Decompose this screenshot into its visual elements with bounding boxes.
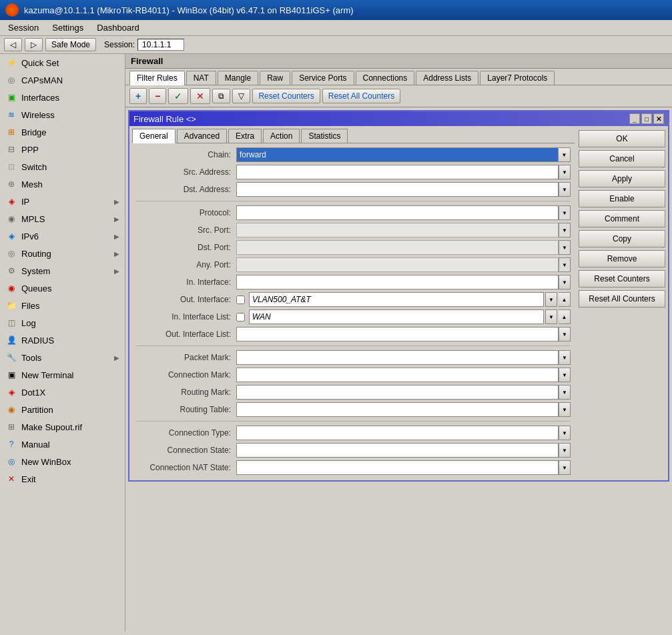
protocol-dropdown[interactable]: ▼ <box>559 205 571 220</box>
out-interface-input[interactable] <box>249 292 544 307</box>
reset-counters-button[interactable]: Reset Counters <box>579 270 665 287</box>
back-button[interactable]: ◁ <box>4 38 22 51</box>
in-interface-dropdown[interactable]: ▼ <box>559 275 571 289</box>
comment-button[interactable]: Comment <box>579 210 665 227</box>
src-address-input[interactable] <box>236 165 559 179</box>
tab-mangle[interactable]: Mangle <box>218 71 258 85</box>
protocol-input[interactable] <box>236 205 559 220</box>
fw-reset-counters-button[interactable]: Reset Counters <box>252 89 320 103</box>
connection-mark-input[interactable] <box>236 368 559 382</box>
connection-mark-dropdown[interactable]: ▼ <box>559 368 571 382</box>
connection-type-input[interactable] <box>236 426 559 440</box>
out-interface-list-input[interactable] <box>236 327 559 342</box>
sidebar-item-routing[interactable]: ◎ Routing ▶ <box>0 245 125 262</box>
menu-settings[interactable]: Settings <box>47 21 89 34</box>
dialog-maximize-button[interactable]: □ <box>641 113 652 124</box>
sidebar-item-files[interactable]: 📁 Files <box>0 297 125 314</box>
sidebar-item-capsman[interactable]: ◎ CAPsMAN <box>0 71 125 89</box>
out-interface-dropdown[interactable]: ▼ <box>545 292 557 307</box>
sidebar-item-dot1x[interactable]: ◈ Dot1X <box>0 384 125 401</box>
sidebar-item-wireless[interactable]: ≋ Wireless <box>0 106 125 123</box>
in-interface-input[interactable] <box>236 275 559 289</box>
sidebar-item-exit[interactable]: ✕ Exit <box>0 470 125 488</box>
remove-button[interactable]: Remove <box>579 250 665 267</box>
packet-mark-dropdown[interactable]: ▼ <box>559 350 571 365</box>
menu-dashboard[interactable]: Dashboard <box>91 21 145 34</box>
connection-type-dropdown[interactable]: ▼ <box>559 426 571 440</box>
safe-mode-button[interactable]: Safe Mode <box>45 38 96 51</box>
routing-table-input[interactable] <box>236 402 559 417</box>
sidebar-item-ppp[interactable]: ⊟ PPP <box>0 141 125 158</box>
connection-nat-state-input[interactable] <box>236 460 559 475</box>
sidebar-item-ip[interactable]: ◈ IP ▶ <box>0 193 125 210</box>
sidebar-item-bridge[interactable]: ⊞ Bridge <box>0 123 125 141</box>
sidebar-item-mpls[interactable]: ◉ MPLS ▶ <box>0 210 125 227</box>
fw-remove-button[interactable]: − <box>149 88 166 104</box>
dst-address-input[interactable] <box>236 182 559 197</box>
dialog-tab-bar: General Advanced Extra Action Statistics <box>132 129 575 143</box>
in-interface-list-up-btn[interactable]: ▲ <box>559 309 571 324</box>
fw-x-button[interactable]: ✕ <box>190 88 210 104</box>
in-interface-list-input[interactable] <box>249 309 544 324</box>
sidebar-item-new-terminal[interactable]: ▣ New Terminal <box>0 366 125 384</box>
fw-copy-button[interactable]: ⧉ <box>212 89 230 103</box>
dst-address-dropdown[interactable]: ▼ <box>559 182 571 197</box>
routing-mark-dropdown[interactable]: ▼ <box>559 385 571 400</box>
enable-button[interactable]: Enable <box>579 190 665 207</box>
packet-mark-input[interactable] <box>236 350 559 365</box>
sidebar-item-quick-set[interactable]: ⚡ Quick Set <box>0 54 125 71</box>
src-address-dropdown[interactable]: ▼ <box>559 165 571 179</box>
dialog-tab-action[interactable]: Action <box>263 129 300 143</box>
out-interface-up-btn[interactable]: ▲ <box>559 292 571 307</box>
dialog-tab-advanced[interactable]: Advanced <box>177 129 227 143</box>
reset-all-counters-button[interactable]: Reset All Counters <box>579 290 665 307</box>
copy-button[interactable]: Copy <box>579 230 665 247</box>
fw-reset-all-counters-button[interactable]: Reset All Counters <box>322 89 400 103</box>
sidebar-item-tools[interactable]: 🔧 Tools ▶ <box>0 349 125 366</box>
dialog-tab-statistics[interactable]: Statistics <box>301 129 348 143</box>
tab-raw[interactable]: Raw <box>260 71 290 85</box>
sidebar-item-system[interactable]: ⚙ System ▶ <box>0 262 125 279</box>
out-interface-checkbox[interactable] <box>236 295 245 304</box>
routing-table-dropdown[interactable]: ▼ <box>559 402 571 417</box>
routing-mark-input[interactable] <box>236 385 559 400</box>
ok-button[interactable]: OK <box>579 130 665 147</box>
sidebar-item-switch[interactable]: ⊡ Switch <box>0 158 125 175</box>
sidebar-item-manual[interactable]: ? Manual <box>0 436 125 453</box>
tab-nat[interactable]: NAT <box>186 71 216 85</box>
tab-layer7-protocols[interactable]: Layer7 Protocols <box>480 71 555 85</box>
connection-state-dropdown[interactable]: ▼ <box>559 443 571 458</box>
tab-filter-rules[interactable]: Filter Rules <box>129 71 185 85</box>
sidebar-item-partition[interactable]: ◉ Partition <box>0 401 125 418</box>
dialog-close-button[interactable]: ✕ <box>653 113 664 124</box>
dialog-minimize-button[interactable]: _ <box>629 113 640 124</box>
tab-address-lists[interactable]: Address Lists <box>416 71 478 85</box>
connection-nat-state-dropdown[interactable]: ▼ <box>559 460 571 475</box>
sidebar-item-radius[interactable]: 👤 RADIUS <box>0 332 125 349</box>
fw-filter-button[interactable]: ▽ <box>232 89 250 103</box>
fw-check-button[interactable]: ✓ <box>168 88 188 104</box>
out-interface-list-dropdown[interactable]: ▼ <box>559 327 571 342</box>
sidebar-item-interfaces[interactable]: ▣ Interfaces <box>0 89 125 106</box>
in-interface-list-dropdown[interactable]: ▼ <box>545 309 557 324</box>
chain-dropdown-btn[interactable]: ▼ <box>559 147 571 162</box>
apply-button[interactable]: Apply <box>579 170 665 187</box>
sidebar-item-new-winbox[interactable]: ◎ New WinBox <box>0 453 125 470</box>
dialog-tab-general[interactable]: General <box>132 129 176 143</box>
manual-icon: ? <box>5 438 17 450</box>
cancel-button[interactable]: Cancel <box>579 150 665 167</box>
tab-connections[interactable]: Connections <box>356 71 415 85</box>
chain-input[interactable]: forward <box>236 147 559 162</box>
menu-session[interactable]: Session <box>3 21 44 34</box>
sidebar-item-queues[interactable]: ◉ Queues <box>0 279 125 297</box>
in-interface-list-checkbox[interactable] <box>236 313 245 322</box>
connection-state-input[interactable] <box>236 443 559 458</box>
forward-button[interactable]: ▷ <box>25 38 43 51</box>
tab-service-ports[interactable]: Service Ports <box>292 71 354 85</box>
fw-add-button[interactable]: + <box>129 88 147 104</box>
dialog-tab-extra[interactable]: Extra <box>228 129 262 143</box>
sidebar-item-ipv6[interactable]: ◈ IPv6 ▶ <box>0 227 125 245</box>
sidebar-item-make-supout[interactable]: ⊞ Make Supout.rif <box>0 418 125 436</box>
sidebar-item-mesh[interactable]: ⊛ Mesh <box>0 175 125 193</box>
sidebar-item-log[interactable]: ◫ Log <box>0 314 125 332</box>
